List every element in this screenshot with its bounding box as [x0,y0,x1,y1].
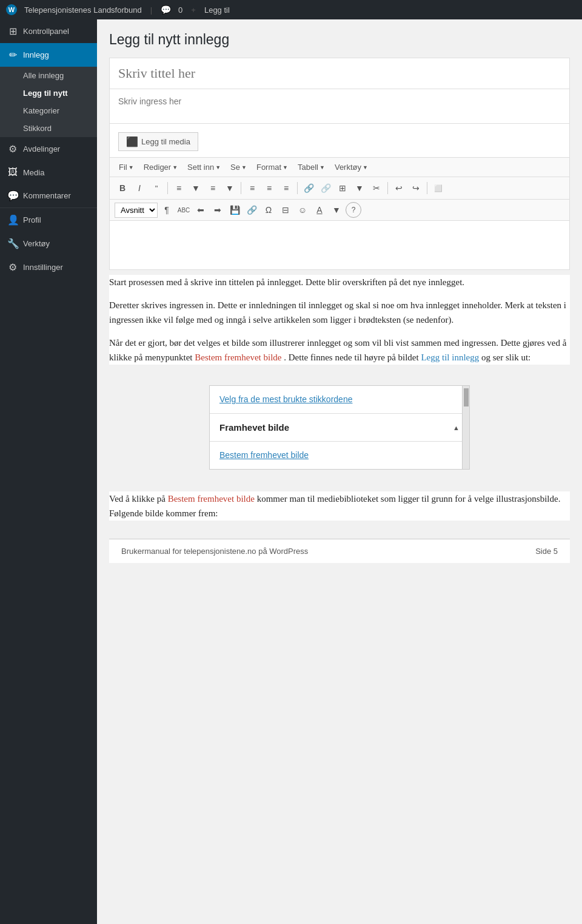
comments-icon: 💬 [161,5,171,15]
ul-button[interactable]: ≡ [171,180,187,196]
sub-item-legg-til[interactable]: Legg til nytt [0,84,97,102]
media-button-row: ⬛ Legg til media [110,126,569,158]
inset-link-stikkord[interactable]: Velg fra de mest brukte stikkordene [219,394,352,404]
inset-set-link-row: Bestem fremhevet bilde [210,442,469,469]
undo-button[interactable]: ↩ [391,180,407,196]
italic-button[interactable]: I [132,180,147,196]
table-button[interactable]: ⊞ [335,180,350,196]
sidebar-item-verktoy[interactable]: 🔧 Verktøy [0,232,97,255]
menu-format[interactable]: Format ▼ [252,161,292,174]
format-select[interactable]: Avsnitt [115,203,158,218]
excerpt-input[interactable] [110,89,569,124]
menu-se[interactable]: Se ▼ [226,161,251,174]
kommentarer-icon: 💬 [7,190,18,201]
sidebar-item-avdelinger[interactable]: ⚙ Avdelinger [0,137,97,161]
link-button[interactable]: 🔗 [301,180,316,196]
body-paragraph-1: Start prosessen med å skrive inn tittele… [109,275,570,289]
sidebar: ⊞ Kontrollpanel ✏ Innlegg Alle innlegg L… [0,19,97,924]
align-center-button[interactable]: ≡ [261,180,277,196]
sidebar-label-profil: Profil [23,215,41,224]
main-content: Legg til nytt innlegg ⬛ Legg til media F… [97,19,582,924]
rediger-chevron-icon: ▼ [172,164,178,170]
avdelinger-icon: ⚙ [7,143,18,155]
menu-tabell[interactable]: Tabell ▼ [293,161,329,174]
inset-triangle-icon: ▲ [453,424,460,431]
help-button[interactable]: ? [346,202,361,218]
media-button-label: Legg til media [141,137,190,146]
inset-scroll-thumb [464,388,469,406]
color-dropdown-button[interactable]: ▼ [329,202,344,218]
emoticon-button[interactable]: ☺ [295,202,310,218]
media-plus-icon: ⬛ [126,136,138,147]
para-button[interactable]: ¶ [159,202,175,218]
wp-logo-icon: W [6,4,17,15]
inset-featured-bilde: Framhevet bilde ▲ [210,414,469,441]
fullscreen-button[interactable]: ⬜ [430,180,446,196]
editor-container: ⬛ Legg til media Fil ▼ Rediger ▼ Sett in… [109,58,570,270]
save-draft-button[interactable]: 💾 [227,202,242,218]
admin-divider: | [150,5,152,15]
abbr-button[interactable]: ABC [176,202,192,218]
comments-count: 0 [178,5,182,15]
innstillinger-icon: ⚙ [7,261,18,273]
ol-dropdown-button[interactable]: ▼ [222,180,238,196]
menu-rediger[interactable]: Rediger ▼ [139,161,182,174]
table-dropdown-button[interactable]: ▼ [352,180,367,196]
cut-button[interactable]: ✂ [369,180,384,196]
inset-set-link[interactable]: Bestem fremhevet bilde [219,450,309,460]
toolbar-sep4 [387,182,388,194]
sidebar-item-innlegg[interactable]: ✏ Innlegg [0,43,97,67]
editor-toolbar-row2: Avsnitt ¶ ABC ⬅ ➡ 💾 🔗 Ω ⊟ ☺ A ▼ ? [110,200,569,221]
editor-body[interactable] [110,221,569,269]
sidebar-submenu-innlegg: Alle innlegg Legg til nytt Kategorier St… [0,67,97,137]
sub-item-alle[interactable]: Alle innlegg [0,67,97,84]
layout: ⊞ Kontrollpanel ✏ Innlegg Alle innlegg L… [0,19,582,924]
inset-scrollbar[interactable] [462,386,469,469]
indent-button[interactable]: ➡ [210,202,226,218]
sidebar-label-verktoy: Verktøy [23,239,50,248]
menu-verktoy[interactable]: Verktøy ▼ [330,161,372,174]
outdent-button[interactable]: ⬅ [193,202,209,218]
ul-dropdown-button[interactable]: ▼ [188,180,204,196]
add-media-button[interactable]: ⬛ Legg til media [118,132,198,151]
sidebar-item-profil[interactable]: 👤 Profil [0,208,97,232]
inset-box-inner: Velg fra de mest brukte stikkordene [210,386,469,413]
sidebar-item-kontrollpanel[interactable]: ⊞ Kontrollpanel [0,19,97,43]
align-right-button[interactable]: ≡ [278,180,294,196]
admin-separator: + [191,5,196,15]
align-left-button[interactable]: ≡ [244,180,260,196]
verktoy-icon: 🔧 [7,238,18,249]
underline-button[interactable]: A [312,202,327,218]
menu-sett-inn[interactable]: Sett inn ▼ [183,161,225,174]
sidebar-item-innstillinger[interactable]: ⚙ Innstillinger [0,255,97,279]
footer: Brukermanual for telepensjonistene.no på… [109,539,570,563]
link2-button[interactable]: 🔗 [244,202,259,218]
menu-fil[interactable]: Fil ▼ [115,161,138,174]
tabell-chevron-icon: ▼ [319,164,325,170]
footer-manual: Brukermanual for telepensjonistene.no på… [121,547,308,556]
add-new-label: Legg til [204,5,230,15]
toolbar-sep5 [427,182,427,194]
blockquote-button[interactable]: " [149,180,164,196]
sub-item-stikkord[interactable]: Stikkord [0,120,97,137]
dashboard-icon: ⊞ [7,25,18,37]
se-chevron-icon: ▼ [241,164,247,170]
settinn-chevron-icon: ▼ [215,164,221,170]
sidebar-item-media[interactable]: 🖼 Media [0,161,97,184]
format-chevron-icon: ▼ [283,164,288,170]
menu-toolbar: Fil ▼ Rediger ▼ Sett inn ▼ Se ▼ Format [110,158,569,177]
omega-button[interactable]: Ω [261,202,276,218]
redo-button[interactable]: ↪ [408,180,424,196]
bold-button[interactable]: B [115,180,130,196]
highlight-legg-til: Legg til innlegg [421,352,479,362]
sidebar-label-kommentarer: Kommentarer [23,191,71,200]
ol-button[interactable]: ≡ [205,180,221,196]
format2-button[interactable]: ⊟ [278,202,293,218]
unlink-button[interactable]: 🔗 [318,180,333,196]
footer-page: Side 5 [535,547,558,556]
sidebar-item-kommentarer[interactable]: 💬 Kommentarer [0,184,97,207]
after-highlight-bestem: Bestem fremhevet bilde [168,494,255,504]
inset-box-wrapper: Velg fra de mest brukte stikkordene Fram… [109,373,570,482]
sub-item-kategorier[interactable]: Kategorier [0,102,97,120]
title-input[interactable] [110,58,569,89]
